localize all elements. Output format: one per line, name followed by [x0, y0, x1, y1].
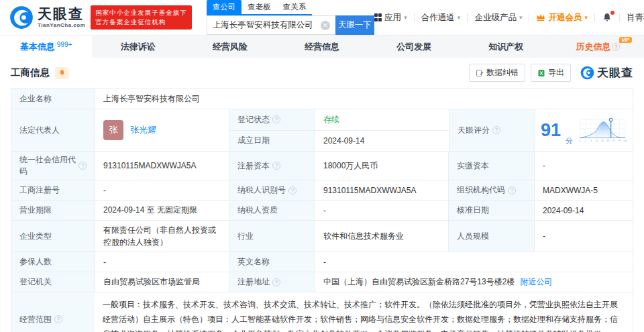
help-icon[interactable]: ? [54, 315, 62, 323]
score-cell: 91 分 0 1 3 [535, 109, 633, 151]
table-row: 登记状态? 存续 [229, 109, 449, 130]
svg-text:50: 50 [601, 140, 604, 142]
business-term-value: 2024-09-14 至 无固定期限 [95, 201, 229, 220]
svg-text:15: 15 [596, 140, 598, 142]
search-tabs: 查公司 查老板 查关系 [207, 0, 313, 15]
score-unit: 分 [566, 136, 573, 146]
legal-rep-cell: 张 张光耀 [95, 109, 229, 151]
divider [594, 13, 595, 22]
chevron-down-icon: ▾ [404, 14, 407, 21]
nav-user[interactable]: 肖青羽▾ [627, 12, 644, 23]
field-label: 成立日期 [229, 131, 315, 152]
status-subgrid: 登记状态? 存续 成立日期 2024-09-14 [229, 109, 449, 151]
export-excel-icon [537, 69, 545, 77]
watermark-logo: 天眼查 [580, 65, 633, 80]
insured-count-value: - [95, 252, 229, 272]
reg-number-value: - [95, 180, 229, 200]
avatar[interactable]: 张 [103, 120, 123, 140]
company-name-value: 上海长亭智安科技有限公司 [95, 89, 633, 109]
taxpayer-quality-value: - [315, 201, 448, 220]
chevron-down-icon: ▾ [519, 14, 523, 21]
score-distribution-chart: 0 1 3 15 50 85 97 99 100 [578, 112, 627, 148]
nav-enterprise[interactable]: 企业级产品▾ [474, 12, 522, 23]
svg-text:85: 85 [607, 140, 610, 142]
nearby-companies-link[interactable]: 附近公司 [520, 276, 552, 288]
tab-ip[interactable]: 知识产权 [460, 36, 552, 58]
svg-text:0: 0 [579, 140, 580, 142]
table-row: 参保人数 - 英文名称 - [11, 252, 633, 272]
credit-code-value: 91310115MADXWWJA5A [95, 152, 229, 180]
search-box: ✕ [207, 15, 335, 35]
table-row: 经营范围? 一般项目：技术服务、技术开发、技术咨询、技术交流、技术转让、技术推广… [11, 292, 633, 332]
tianyancha-logo[interactable]: 天眼查 TianYanCha.com [9, 5, 85, 30]
industry-value: 软件和信息技术服务业 [315, 221, 448, 252]
help-icon[interactable]: ? [612, 43, 620, 51]
top-header: 天眼查 TianYanCha.com 国家中小企业发展子基金旗下 官方备案企业征… [0, 0, 644, 35]
logo-name: 天眼查 [38, 7, 85, 21]
reg-address-value: 中国（上海）自由贸易试验区新金桥路27号13号楼2楼 [323, 276, 515, 288]
table-row: 统一社会信用代码? 91310115MADXWWJA5A 注册资本? 18000… [11, 152, 633, 180]
staff-size-value: - [534, 221, 633, 252]
help-icon[interactable]: ? [272, 162, 280, 170]
tab-legal[interactable]: 法律诉讼 [92, 36, 184, 58]
table-row: 营业期限 2024-09-14 至 无固定期限 纳税人资质 - 核准日期 202… [11, 201, 633, 221]
field-label: 企业名称 [11, 89, 95, 109]
section-title: 工商信息 [11, 66, 50, 79]
field-label: 纳税人资质 [229, 201, 315, 220]
field-label: 行业 [229, 221, 315, 252]
data-correction-button[interactable]: 数据纠错 [469, 64, 525, 82]
help-icon[interactable]: ? [78, 162, 87, 170]
clear-search-icon[interactable]: ✕ [321, 21, 330, 30]
nav-open-vip[interactable]: 开通会员▾ [536, 12, 588, 23]
svg-text:1: 1 [585, 140, 586, 142]
nav-partner[interactable]: 合作通道▾ [421, 12, 461, 23]
english-name-value: - [315, 252, 633, 272]
crown-icon [536, 13, 545, 21]
search-tab-boss[interactable]: 查老板 [241, 0, 277, 14]
tab-basic-info[interactable]: 基本信息999+ [0, 36, 92, 58]
business-scope-value: 一般项目：技术服务、技术开发、技术咨询、技术交流、技术转让、技术推广；软件开发。… [95, 292, 633, 332]
notifications-bell[interactable] [602, 12, 612, 23]
monitor-bell-chip[interactable] [55, 67, 68, 79]
search-button[interactable]: 天眼一下 [335, 15, 374, 35]
field-label: 注册资本? [229, 152, 315, 180]
company-type-value: 有限责任公司（非自然人投资或控股的法人独资） [95, 221, 229, 252]
help-icon[interactable]: ? [288, 186, 297, 195]
search-input[interactable] [213, 21, 321, 30]
export-button[interactable]: 导出 [531, 64, 571, 82]
table-row: 企业名称 上海长亭智安科技有限公司 [11, 89, 633, 109]
field-label: 组织机构代码? [448, 180, 534, 200]
table-row: 法定代表人 张 张光耀 登记状态? 存续 成立日期 2024-09-14 天眼评… [11, 109, 633, 152]
svg-text:100: 100 [623, 140, 627, 142]
tab-history[interactable]: VIP 历史信息 ? [552, 36, 644, 58]
paid-capital-value: - [534, 152, 633, 180]
table-row: 登记机关 自由贸易试验区市场监管局 注册地址? 中国（上海）自由贸易试验区新金桥… [11, 272, 633, 292]
search-tab-company[interactable]: 查公司 [207, 0, 242, 14]
tab-development[interactable]: 公司发展 [368, 36, 460, 58]
table-row: 企业类型 有限责任公司（非自然人投资或控股的法人独资） 行业 软件和信息技术服务… [11, 221, 633, 252]
field-label: 登记状态? [229, 109, 315, 130]
table-row: 工商注册号 - 纳税人识别号? 91310115MADXWWJA5A 组织机构代… [11, 180, 633, 201]
legal-rep-link[interactable]: 张光耀 [130, 124, 156, 136]
help-icon[interactable]: ? [272, 278, 280, 286]
org-code-value: MADXWWJA-5 [534, 180, 633, 200]
count-badge: 999+ [57, 41, 72, 48]
reg-address-cell: 中国（上海）自由贸易试验区新金桥路27号13号楼2楼 附近公司 [315, 272, 633, 292]
reg-authority-value: 自由贸易试验区市场监管局 [95, 272, 229, 292]
tab-risk[interactable]: 经营风险 [184, 36, 276, 58]
edit-doc-icon [476, 69, 484, 77]
field-label: 人员规模 [448, 221, 534, 252]
approval-date-value: 2024-09-14 [534, 201, 633, 220]
top-nav: 应用▾ 合作通道▾ 企业级产品▾ 开通会员▾ 肖青羽▾ [374, 12, 644, 23]
field-label: 经营范围? [11, 292, 95, 332]
tab-operation[interactable]: 经营信息 [276, 36, 368, 58]
help-icon[interactable]: ? [272, 115, 280, 123]
field-label: 英文名称 [229, 252, 315, 272]
field-label: 参保人数 [11, 252, 95, 272]
help-icon[interactable]: ? [508, 186, 516, 195]
divider [619, 13, 620, 22]
search-tab-relation[interactable]: 查关系 [277, 0, 313, 14]
company-tabbar: 基本信息999+ 法律诉讼 经营风险 经营信息 公司发展 知识产权 VIP 历史… [0, 35, 644, 58]
help-icon[interactable]: ? [492, 126, 500, 134]
nav-apps[interactable]: 应用▾ [374, 12, 407, 23]
